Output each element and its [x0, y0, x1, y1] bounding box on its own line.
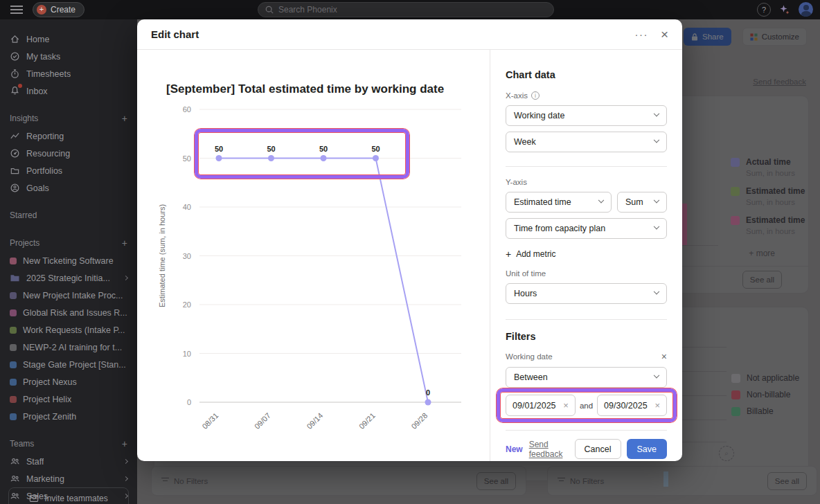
- sidebar-item-reporting[interactable]: Reporting: [0, 127, 137, 145]
- sidebar-item-portfolios[interactable]: Portfolios: [0, 162, 137, 179]
- svg-text:50: 50: [215, 145, 223, 153]
- svg-text:40: 40: [183, 203, 191, 211]
- sidebar-project-item[interactable]: New Project Intake Proc...: [0, 287, 137, 304]
- notification-dot: [18, 84, 22, 88]
- date-to-value: 09/30/2025: [604, 401, 648, 411]
- sidebar-item-home[interactable]: Home: [0, 30, 137, 48]
- sidebar-item-timesheets[interactable]: Timesheets: [0, 65, 137, 82]
- project-name: Global Risk and Issues R...: [23, 308, 127, 318]
- sidebar-section-starred[interactable]: Starred: [0, 206, 137, 224]
- y-axis-metric-select[interactable]: Estimated time: [506, 192, 612, 213]
- sidebar-project-item[interactable]: Project Helix: [0, 390, 137, 408]
- sidebar-item-label: My tasks: [26, 52, 60, 62]
- x-axis-field-select[interactable]: Working date: [506, 105, 667, 126]
- sidebar-item-inbox[interactable]: Inbox: [0, 82, 137, 100]
- sidebar-project-item[interactable]: Work Requests (Intake P...: [0, 321, 137, 339]
- add-team-button[interactable]: +: [122, 438, 127, 449]
- add-project-button[interactable]: +: [122, 237, 127, 249]
- sidebar-section-insights: Insights +: [0, 109, 137, 127]
- date-to-input[interactable]: 09/30/2025 ×: [597, 395, 667, 416]
- people-icon: [10, 456, 20, 467]
- project-name: New Project Intake Proc...: [23, 291, 123, 300]
- filter-field-label: Working date: [506, 352, 553, 361]
- chevron-down-icon: [654, 224, 659, 229]
- person-circle-icon: [10, 183, 20, 193]
- modal-header: Edit chart ··· ×: [137, 19, 682, 50]
- sidebar-item-label: Reporting: [26, 132, 64, 141]
- sidebar-team-staff[interactable]: Staff: [0, 453, 137, 470]
- chevron-down-icon: [654, 289, 659, 294]
- add-metric-label: Add metric: [516, 249, 555, 259]
- modal-close-button[interactable]: ×: [661, 28, 668, 41]
- modal-more-options-button[interactable]: ···: [634, 28, 648, 40]
- sidebar-item-label: Goals: [26, 183, 49, 193]
- project-color-dot: [10, 292, 17, 299]
- unit-label-text: Unit of time: [506, 269, 546, 278]
- help-button[interactable]: ?: [757, 3, 771, 17]
- chart-preview: [September] Total estimated time by work…: [137, 50, 490, 461]
- sidebar-project-item[interactable]: New Ticketing Software: [0, 252, 137, 269]
- y-axis-source-select[interactable]: Time from capacity plan: [506, 218, 667, 239]
- filter-operator-value: Between: [514, 372, 548, 382]
- clear-date-icon[interactable]: ×: [654, 400, 660, 411]
- search-icon: [265, 6, 274, 14]
- info-icon[interactable]: i: [531, 91, 540, 100]
- topbar-actions: ?: [757, 2, 813, 17]
- estimated-time-line-chart: 010203040506008/3109/0709/1409/2109/2850…: [154, 101, 485, 447]
- project-name: Project Zenith: [23, 412, 76, 422]
- x-axis-granularity-value: Week: [514, 137, 536, 147]
- sidebar-project-item[interactable]: Global Risk and Issues R...: [0, 304, 137, 321]
- y-axis-aggregation-select[interactable]: Sum: [617, 192, 667, 213]
- svg-text:50: 50: [319, 145, 328, 153]
- project-folder-icon: [10, 273, 20, 282]
- unit-of-time-select[interactable]: Hours: [506, 283, 667, 304]
- remove-filter-button[interactable]: ×: [661, 352, 667, 361]
- sidebar-project-item[interactable]: 2025 Strategic Initia...: [0, 269, 137, 287]
- edit-chart-modal: Edit chart ··· × [September] Total estim…: [137, 19, 682, 461]
- invite-teammates-button[interactable]: Invite teammates: [8, 487, 129, 504]
- send-feedback-link[interactable]: Send feedback: [529, 440, 575, 459]
- sidebar-item-label: Portfolios: [26, 166, 62, 176]
- add-insight-button[interactable]: +: [122, 113, 127, 124]
- clear-date-icon[interactable]: ×: [563, 400, 569, 411]
- x-axis-label-text: X-axis: [506, 91, 528, 100]
- add-metric-button[interactable]: + Add metric: [506, 249, 667, 260]
- project-name: Work Requests (Intake P...: [23, 325, 125, 335]
- project-name: Project Nexus: [23, 377, 77, 387]
- date-from-input[interactable]: 09/01/2025 ×: [506, 395, 576, 416]
- user-avatar[interactable]: [799, 2, 813, 17]
- sidebar-project-item[interactable]: Project Zenith: [0, 408, 137, 425]
- section-label: Insights: [10, 114, 38, 123]
- x-axis-granularity-select[interactable]: Week: [506, 132, 667, 152]
- people-icon: [10, 474, 20, 484]
- search-input[interactable]: Search Phoenix: [258, 2, 554, 17]
- sidebar-item-my-tasks[interactable]: My tasks: [0, 48, 137, 65]
- team-name: Marketing: [26, 474, 64, 484]
- filter-operator-select[interactable]: Between: [506, 367, 667, 388]
- cancel-button[interactable]: Cancel: [575, 439, 621, 459]
- save-button[interactable]: Save: [627, 439, 668, 459]
- svg-text:09/28: 09/28: [409, 411, 429, 431]
- sidebar-project-item[interactable]: NEWP-2 AI training for t...: [0, 339, 137, 356]
- svg-text:0: 0: [426, 388, 430, 397]
- section-label: Teams: [10, 439, 34, 449]
- sidebar-team-marketing[interactable]: Marketing: [0, 470, 137, 487]
- chevron-right-icon: [123, 276, 128, 280]
- ai-sparkle-icon[interactable]: [779, 4, 790, 15]
- svg-text:30: 30: [183, 252, 191, 260]
- svg-text:50: 50: [183, 154, 191, 163]
- x-axis-label: X-axis i: [506, 91, 667, 100]
- help-label: ?: [762, 6, 766, 14]
- sidebar-project-item[interactable]: Stage Gate Project [Stan...: [0, 356, 137, 373]
- svg-text:08/31: 08/31: [200, 411, 220, 431]
- chart-data-heading: Chart data: [506, 69, 667, 80]
- project-name: Stage Gate Project [Stan...: [23, 360, 126, 370]
- check-circle-icon: [10, 51, 20, 62]
- create-button[interactable]: + Create: [33, 2, 84, 17]
- sidebar-project-item[interactable]: Project Nexus: [0, 373, 137, 390]
- unit-of-time-label: Unit of time: [506, 269, 667, 278]
- sidebar: Home My tasks Timesheets Inbox Insights …: [0, 19, 137, 504]
- sidebar-item-resourcing[interactable]: Resourcing: [0, 145, 137, 162]
- sidebar-item-goals[interactable]: Goals: [0, 179, 137, 197]
- hamburger-menu-icon[interactable]: [10, 6, 23, 14]
